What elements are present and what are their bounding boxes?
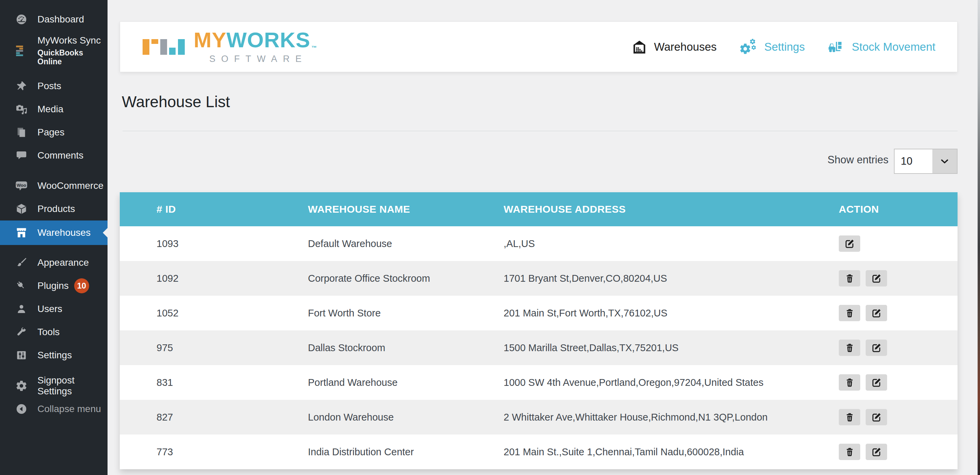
sidebar-item-appearance[interactable]: Appearance: [0, 251, 108, 274]
delete-button[interactable]: [839, 444, 860, 460]
nav-warehouses[interactable]: Warehouses: [632, 39, 717, 55]
sidebar-item-comments[interactable]: Comments: [0, 144, 108, 167]
cell-address: ,AL,US: [468, 226, 803, 261]
table-row: 1093 Default Warehouse ,AL,US: [120, 226, 958, 261]
myworks-logo-mark: [143, 39, 185, 55]
sidebar-item-label: MyWorks Sync: [37, 35, 108, 46]
cell-name: Corporate Office Stockroom: [272, 261, 468, 295]
delete-button[interactable]: [839, 305, 860, 321]
warehouse-table: # ID WAREHOUSE NAME WAREHOUSE ADDRESS AC…: [120, 192, 958, 469]
edit-button[interactable]: [839, 235, 860, 252]
col-header-name: WAREHOUSE NAME: [272, 192, 468, 226]
sidebar-item-tools[interactable]: Tools: [0, 321, 108, 344]
col-header-action: ACTION: [803, 192, 958, 226]
sidebar-item-products[interactable]: Products: [0, 197, 108, 221]
edit-button[interactable]: [865, 340, 887, 356]
gears-icon: [739, 39, 757, 55]
sidebar-item-users[interactable]: Users: [0, 297, 108, 321]
sidebar-item-label: Collapse menu: [37, 404, 101, 415]
wrench-icon: [15, 326, 28, 338]
table-header-row: # ID WAREHOUSE NAME WAREHOUSE ADDRESS AC…: [120, 192, 958, 226]
myworks-logo: MYWORKS™ SOFTWARE: [143, 29, 317, 64]
product-box-icon: [15, 202, 28, 215]
admin-sidebar: Dashboard MyWorks Sync QuickBooks Online…: [0, 0, 108, 475]
edit-button[interactable]: [865, 444, 887, 460]
cell-name: India Distribution Center: [272, 435, 468, 469]
cell-id: 831: [120, 365, 272, 400]
show-entries-label: Show entries: [819, 154, 888, 166]
logo-wordmark: MYWORKS™: [194, 29, 317, 51]
delete-button[interactable]: [839, 409, 860, 425]
cell-address: 201 Main St.,Suite 1,Chennai,Tamil Nadu,…: [468, 435, 803, 469]
woocommerce-icon: Woo: [15, 180, 28, 192]
warehouse-building-icon: [632, 39, 647, 55]
store-icon: [15, 226, 28, 239]
sidebar-item-pages[interactable]: Pages: [0, 121, 108, 144]
user-icon: [15, 302, 28, 315]
edit-button[interactable]: [865, 270, 887, 286]
sidebar-item-signpost-settings[interactable]: Signpost Settings: [0, 374, 108, 397]
brush-icon: [15, 256, 28, 269]
delete-button[interactable]: [839, 270, 860, 286]
nav-stock-movement[interactable]: Stock Movement: [827, 39, 935, 55]
table-row: 975 Dallas Stockroom 1500 Marilla Street…: [120, 330, 958, 365]
collapse-arrow-icon: [15, 402, 28, 415]
col-header-address: WAREHOUSE ADDRESS: [468, 192, 803, 226]
sidebar-item-media[interactable]: Media: [0, 98, 108, 121]
comment-icon: [15, 149, 28, 162]
nav-label: Stock Movement: [852, 40, 935, 53]
entries-select[interactable]: 10: [894, 149, 958, 174]
sidebar-item-plugins[interactable]: Plugins 10: [0, 274, 108, 297]
cell-address: 201 Main St,Fort Worth,TX,76102,US: [468, 295, 803, 330]
desktop-wallpaper-edge: [978, 0, 980, 475]
plugin-header-card: MYWORKS™ SOFTWARE Warehouses Settings: [120, 21, 958, 72]
sidebar-item-settings[interactable]: Settings: [0, 344, 108, 367]
sidebar-item-label: Products: [37, 203, 75, 214]
cell-name: London Warehouse: [272, 400, 468, 435]
page-title: Warehouse List: [122, 92, 230, 111]
sidebar-item-sublabel: QuickBooks Online: [37, 48, 108, 66]
sidebar-item-label: Settings: [37, 350, 72, 361]
sidebar-item-label: Tools: [37, 327, 60, 338]
edit-button[interactable]: [865, 409, 887, 425]
table-row: 827 London Warehouse 2 Whittaker Ave,Whi…: [120, 400, 958, 435]
sidebar-item-label: Posts: [37, 81, 61, 92]
svg-text:Woo: Woo: [17, 183, 26, 188]
delete-button[interactable]: [839, 340, 860, 356]
cell-id: 827: [120, 400, 272, 435]
nav-label: Settings: [764, 40, 805, 53]
table-row: 773 India Distribution Center 201 Main S…: [120, 435, 958, 469]
title-divider: [123, 131, 958, 131]
sidebar-item-label: Appearance: [37, 257, 89, 268]
cell-name: Dallas Stockroom: [272, 330, 468, 365]
plugin-top-nav: Warehouses Settings Stock Movement: [632, 39, 935, 55]
pushpin-icon: [15, 79, 28, 92]
edit-button[interactable]: [865, 374, 887, 391]
sidebar-item-label: WooCommerce: [37, 180, 103, 191]
plugins-update-badge: 10: [74, 278, 89, 293]
sidebar-item-warehouses[interactable]: Warehouses: [0, 221, 108, 245]
cell-id: 1093: [120, 226, 272, 261]
cell-name: Default Warehouse: [272, 226, 468, 261]
sidebar-item-woocommerce[interactable]: Woo WooCommerce: [0, 174, 108, 197]
sidebar-item-label: Plugins: [37, 280, 69, 291]
table-row: 831 Portland Warehouse 1000 SW 4th Avenu…: [120, 365, 958, 400]
myworks-sync-icon: [15, 44, 28, 57]
sidebar-item-collapse-menu[interactable]: Collapse menu: [0, 397, 108, 421]
sidebar-item-myworks-sync[interactable]: MyWorks Sync QuickBooks Online: [0, 35, 108, 66]
entries-select-value: 10: [894, 149, 932, 173]
sidebar-item-label: Dashboard: [37, 14, 84, 25]
sliders-icon: [15, 349, 28, 362]
delete-button[interactable]: [839, 374, 860, 391]
main-content: MYWORKS™ SOFTWARE Warehouses Settings: [108, 0, 980, 475]
nav-settings[interactable]: Settings: [739, 39, 805, 55]
forklift-icon: [827, 39, 845, 55]
cell-address: 2 Whittaker Ave,Whittaker House,Richmond…: [468, 400, 803, 435]
sidebar-item-posts[interactable]: Posts: [0, 75, 108, 98]
gear-icon: [15, 380, 28, 392]
edit-button[interactable]: [865, 305, 887, 321]
sidebar-item-label: Media: [37, 104, 63, 115]
sidebar-item-label: Warehouses: [37, 227, 91, 238]
sidebar-item-dashboard[interactable]: Dashboard: [0, 8, 108, 31]
cell-address: 1000 SW 4th Avenue,Portland,Oregon,97204…: [468, 365, 803, 400]
